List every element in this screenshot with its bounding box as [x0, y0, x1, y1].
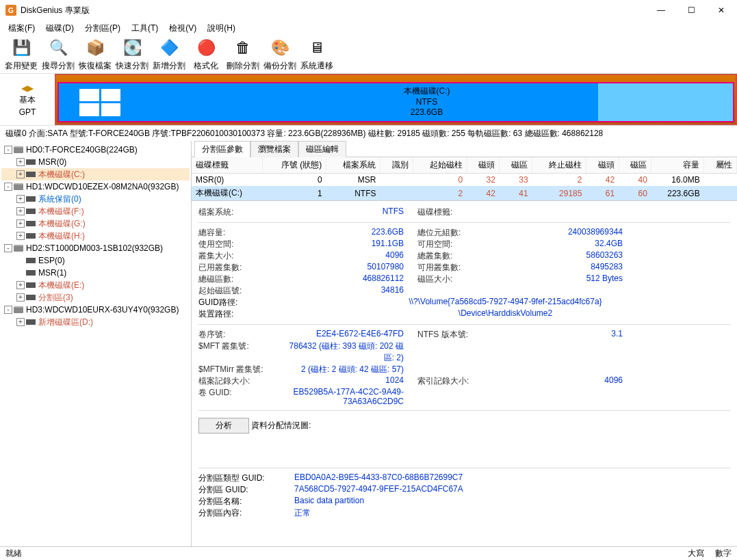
- tree-partition-node[interactable]: +新增磁碟區(D:): [1, 316, 190, 328]
- toolbar-label: 格式化: [194, 60, 218, 72]
- toolbar-button[interactable]: 🗑刪除分割: [224, 37, 261, 72]
- partition-icon: [26, 295, 36, 300]
- tree-partition-node[interactable]: +本機磁碟(F:): [1, 205, 190, 217]
- status-text: 就緒: [5, 548, 22, 559]
- tree-toggle-icon[interactable]: -: [4, 306, 12, 314]
- menu-item[interactable]: 檢視(V): [164, 21, 202, 36]
- partition-icon: [26, 159, 36, 165]
- tree-partition-node[interactable]: +本機磁碟(E:): [1, 279, 190, 291]
- partition-icon: [26, 209, 36, 214]
- disk-tree[interactable]: -HD0:T-FORCE240GB(224GB)+MSR(0)+本機磁碟(C:)…: [0, 141, 192, 546]
- grid-header[interactable]: 屬性: [704, 157, 737, 174]
- 備份分割-icon: 🎨: [269, 37, 291, 59]
- tree-partition-node[interactable]: +MSR(0): [1, 156, 190, 168]
- detail-value: 正常: [294, 507, 730, 519]
- tree-partition-node[interactable]: +本機磁碟(C:): [1, 168, 190, 181]
- toolbar-label: 搜尋分割: [42, 60, 75, 72]
- grid-header[interactable]: 磁碟標籤: [192, 157, 262, 174]
- tree-toggle-icon[interactable]: -: [4, 244, 12, 252]
- tree-partition-node[interactable]: +系統保留(0): [1, 193, 190, 205]
- grid-header[interactable]: 終止磁柱: [532, 157, 586, 174]
- tab[interactable]: 磁區編輯: [298, 141, 346, 157]
- grid-header[interactable]: 磁頭: [467, 157, 500, 174]
- tree-toggle-icon[interactable]: +: [16, 318, 25, 326]
- status-bar: 就緒 大寫 數字: [0, 546, 737, 560]
- tab[interactable]: 分割區參數: [194, 141, 250, 157]
- disk-icon: [14, 183, 23, 190]
- detail-label: 分割區名稱:: [198, 496, 294, 507]
- grid-header[interactable]: 檔案系統: [326, 157, 380, 174]
- detail-value: Basic data partition: [294, 496, 730, 507]
- partition-grid[interactable]: 磁碟標籤序號 (狀態)檔案系統識別起始磁柱磁頭磁區終止磁柱磁頭磁區容量屬性 MS…: [192, 157, 737, 201]
- tree-partition-node[interactable]: +本機磁碟(G:): [1, 217, 190, 230]
- grid-header[interactable]: 起始磁柱: [413, 157, 467, 174]
- grid-header[interactable]: 磁區: [500, 157, 532, 174]
- toolbar-button[interactable]: 📦恢復檔案: [77, 37, 114, 72]
- grid-cell: [704, 174, 737, 187]
- grid-cell: 40: [619, 174, 651, 187]
- tree-toggle-icon[interactable]: +: [16, 207, 25, 215]
- toolbar-button[interactable]: 🔴格式化: [188, 37, 224, 72]
- window-title: DiskGenius 專業版: [21, 5, 90, 16]
- grid-row[interactable]: 本機磁碟(C:)1NTFS24241291856160223.6GB: [192, 186, 737, 200]
- 系統遷移-icon: 🖥: [306, 37, 328, 59]
- close-button[interactable]: ✕: [711, 5, 732, 15]
- detail-label: 分割區類型 GUID:: [198, 472, 294, 484]
- disk-map-nav: ◀▶ 基本 GPT: [0, 74, 55, 125]
- minimize-button[interactable]: —: [651, 5, 671, 15]
- toolbar-button[interactable]: 🖥系統遷移: [298, 37, 335, 72]
- tree-node-label: 本機磁碟(F:): [38, 206, 84, 217]
- tree-partition-node[interactable]: ESP(0): [1, 254, 190, 267]
- 格式化-icon: 🔴: [195, 37, 217, 59]
- tree-partition-node[interactable]: +本機磁碟(H:): [1, 230, 190, 242]
- maximize-button[interactable]: ☐: [681, 5, 701, 15]
- tree-toggle-icon[interactable]: +: [16, 219, 25, 228]
- tree-node-label: HD2:ST1000DM003-1SB102(932GB): [26, 243, 163, 253]
- menu-item[interactable]: 磁碟(D): [40, 21, 79, 36]
- grid-header[interactable]: 序號 (狀態): [262, 157, 326, 174]
- next-disk-icon[interactable]: ▶: [27, 83, 34, 93]
- toolbar-label: 快速分割: [116, 60, 148, 72]
- grid-row[interactable]: MSR(0)0MSR032332424016.0MB: [192, 174, 737, 187]
- grid-cell: 33: [500, 174, 532, 187]
- prev-disk-icon[interactable]: ◀: [21, 83, 27, 93]
- tree-toggle-icon[interactable]: +: [16, 158, 25, 166]
- grid-header[interactable]: 識別: [380, 157, 413, 174]
- menu-item[interactable]: 說明(H): [202, 21, 241, 36]
- detail-label: 使用空間:: [198, 239, 281, 250]
- tree-toggle-icon[interactable]: -: [4, 146, 12, 154]
- tab[interactable]: 瀏覽檔案: [250, 141, 298, 157]
- tree-disk-node[interactable]: -HD1:WDCWD10EZEX-08M2NA0(932GB): [1, 181, 190, 193]
- menu-item[interactable]: 工具(T): [126, 21, 164, 36]
- tree-disk-node[interactable]: -HD0:T-FORCE240GB(224GB): [1, 144, 190, 156]
- toolbar-button[interactable]: 💽快速分割: [114, 37, 151, 72]
- grid-header[interactable]: 磁頭: [586, 157, 619, 174]
- tree-toggle-icon[interactable]: +: [16, 170, 25, 178]
- partition-icon: [26, 233, 36, 239]
- tree-disk-node[interactable]: -HD2:ST1000DM003-1SB102(932GB): [1, 242, 190, 254]
- partition-block[interactable]: 本機磁碟(C:) NTFS 223.6GB: [57, 82, 734, 122]
- grid-header[interactable]: 磁區: [619, 157, 651, 174]
- detail-value: \\?\Volume{7a568cd5-7927-4947-9fef-215ac…: [281, 297, 730, 308]
- tree-disk-node[interactable]: -HD3:WDCWD10EURX-63UY4Y0(932GB): [1, 304, 190, 316]
- grid-cell: 60: [619, 186, 651, 200]
- tree-toggle-icon[interactable]: +: [16, 195, 25, 203]
- tree-toggle-icon[interactable]: -: [4, 183, 12, 191]
- disk-bar[interactable]: 本機磁碟(C:) NTFS 223.6GB: [55, 74, 737, 125]
- tree-node-label: HD3:WDCWD10EURX-63UY4Y0(932GB): [26, 305, 179, 315]
- grid-header[interactable]: 容量: [651, 157, 704, 174]
- toolbar-button[interactable]: 💾套用變更: [3, 37, 40, 72]
- toolbar-button[interactable]: 🔍搜尋分割: [40, 37, 77, 72]
- tree-partition-node[interactable]: +分割區(3): [1, 291, 190, 304]
- tree-toggle-icon[interactable]: +: [16, 281, 25, 289]
- menu-item[interactable]: 檔案(F): [3, 21, 40, 36]
- toolbar-button[interactable]: 🎨備份分割: [261, 37, 298, 72]
- toolbar-button[interactable]: 🔷新增分割: [151, 37, 188, 72]
- disk-icon: [14, 245, 23, 252]
- tree-toggle-icon[interactable]: +: [16, 232, 25, 240]
- tree-partition-node[interactable]: MSR(1): [1, 267, 190, 279]
- analyze-button[interactable]: 分析: [198, 418, 249, 434]
- detail-value: 240038969344: [500, 227, 636, 239]
- tree-toggle-icon[interactable]: +: [16, 293, 25, 302]
- menu-item[interactable]: 分割區(P): [79, 21, 126, 36]
